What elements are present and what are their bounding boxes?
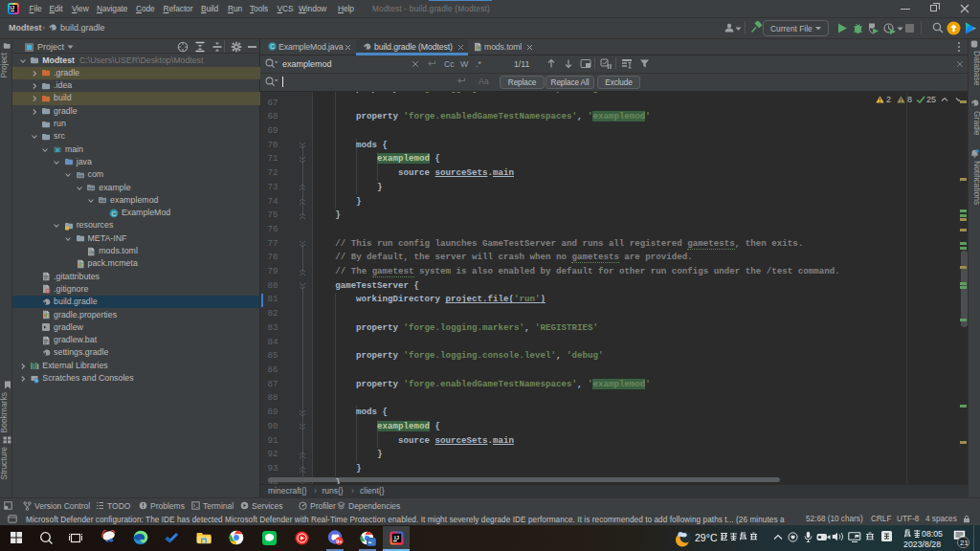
svg-text:IJ: IJ xyxy=(394,534,399,540)
svg-text:9+: 9+ xyxy=(336,539,342,544)
svg-text:C: C xyxy=(270,43,275,50)
svg-text:C: C xyxy=(111,209,117,217)
